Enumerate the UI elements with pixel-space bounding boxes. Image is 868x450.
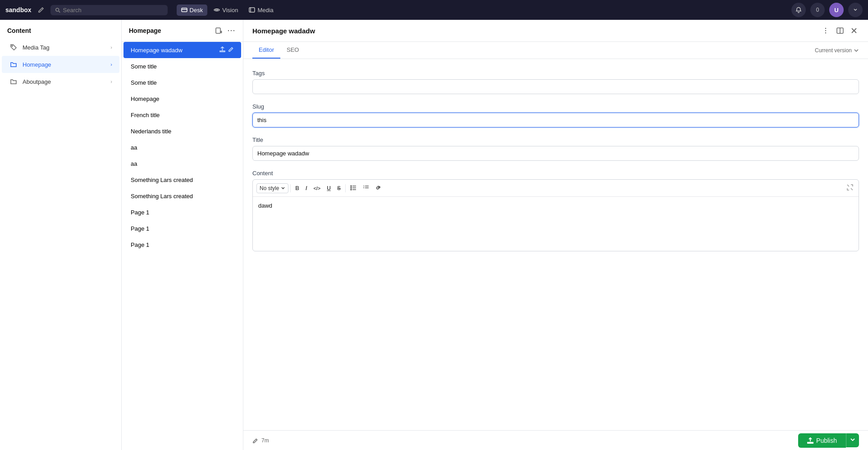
content-textarea[interactable]: dawd bbox=[253, 197, 859, 251]
publish-icon[interactable] bbox=[219, 225, 225, 232]
right-tabs-bar: Editor SEO Current version bbox=[243, 42, 868, 59]
publish-more-btn[interactable] bbox=[846, 433, 859, 447]
sidebar-item-homepage[interactable]: Homepage › bbox=[2, 56, 119, 73]
list-item-aa-2[interactable]: aa bbox=[123, 155, 241, 172]
list-item-page1-3[interactable]: Page 1 bbox=[123, 236, 241, 253]
item-publish-icon[interactable] bbox=[219, 46, 225, 54]
publish-icon[interactable] bbox=[219, 95, 225, 102]
edit-icon[interactable] bbox=[228, 241, 234, 248]
bottom-bar: 7m Publish bbox=[243, 430, 868, 450]
svg-point-11 bbox=[228, 30, 229, 31]
chevron-right-icon: › bbox=[110, 45, 112, 50]
nav-item-desk[interactable]: Desk bbox=[177, 5, 208, 16]
edit-icon[interactable] bbox=[228, 127, 234, 135]
publish-icon[interactable] bbox=[219, 111, 225, 118]
title-input[interactable] bbox=[252, 146, 859, 161]
more-btn[interactable] bbox=[820, 25, 831, 36]
split-view-btn[interactable] bbox=[835, 25, 845, 36]
svg-point-7 bbox=[12, 45, 13, 46]
list-item-page1-1[interactable]: Page 1 bbox=[123, 204, 241, 220]
tags-input[interactable] bbox=[252, 79, 859, 94]
slug-input[interactable] bbox=[252, 113, 859, 127]
publish-icon[interactable] bbox=[219, 79, 225, 86]
edit-icon[interactable] bbox=[228, 63, 234, 70]
expand-btn[interactable] bbox=[845, 182, 855, 194]
close-panel-btn[interactable] bbox=[849, 26, 859, 36]
style-select[interactable]: No style bbox=[256, 183, 288, 193]
publish-icon[interactable] bbox=[219, 176, 225, 183]
strikethrough-btn[interactable]: S bbox=[334, 183, 343, 193]
bold-btn[interactable]: B bbox=[292, 183, 302, 193]
edit-icon[interactable] bbox=[228, 176, 234, 183]
edit-brand-icon[interactable] bbox=[37, 6, 45, 14]
edit-icon[interactable] bbox=[228, 79, 234, 86]
edit-icon[interactable] bbox=[228, 225, 234, 232]
chevron-down-icon-2 bbox=[850, 437, 855, 442]
user-avatar[interactable]: U bbox=[829, 3, 844, 17]
list-item-some-title-2[interactable]: Some title bbox=[123, 74, 241, 91]
ellipsis-vertical-icon bbox=[822, 27, 829, 34]
list-item-lars-2[interactable]: Something Lars created bbox=[123, 188, 241, 204]
mid-more-btn[interactable] bbox=[227, 26, 236, 35]
count-badge[interactable]: 0 bbox=[810, 3, 825, 17]
bullet-list-btn[interactable] bbox=[347, 182, 359, 194]
italic-btn[interactable]: I bbox=[303, 183, 310, 193]
svg-point-21 bbox=[351, 186, 352, 186]
publish-button[interactable]: Publish bbox=[798, 433, 846, 448]
list-item-some-title-1[interactable]: Some title bbox=[123, 58, 241, 74]
edit-icon[interactable] bbox=[228, 111, 234, 118]
folder-icon-2 bbox=[9, 77, 18, 86]
save-info: 7m bbox=[252, 437, 269, 444]
link-btn[interactable] bbox=[373, 182, 384, 194]
chevron-right-icon-2: › bbox=[110, 62, 112, 67]
list-item-homepage[interactable]: Homepage bbox=[123, 91, 241, 107]
search-bar[interactable] bbox=[50, 5, 168, 15]
list-item-homepage-wadadw[interactable]: Homepage wadadw bbox=[123, 42, 241, 58]
nav-item-media[interactable]: Media bbox=[244, 5, 278, 16]
content-label: Content bbox=[252, 170, 859, 177]
topbar-right: 0 U bbox=[791, 3, 863, 17]
notification-btn[interactable] bbox=[791, 3, 806, 17]
nav-item-vision[interactable]: Vision bbox=[209, 5, 242, 16]
mid-panel-header: Homepage bbox=[122, 20, 243, 42]
svg-rect-5 bbox=[249, 8, 255, 12]
publish-icon[interactable] bbox=[219, 241, 225, 248]
sidebar-item-aboutpage[interactable]: Aboutpage › bbox=[2, 73, 119, 90]
publish-icon[interactable] bbox=[219, 192, 225, 200]
publish-icon[interactable] bbox=[219, 144, 225, 151]
edit-icon[interactable] bbox=[228, 192, 234, 200]
item-edit-icon[interactable] bbox=[228, 46, 234, 54]
publish-icon[interactable] bbox=[219, 209, 225, 216]
tab-seo[interactable]: SEO bbox=[280, 42, 305, 59]
version-selector[interactable]: Current version bbox=[815, 47, 859, 54]
search-input[interactable] bbox=[63, 7, 163, 14]
list-item-page1-2[interactable]: Page 1 bbox=[123, 220, 241, 236]
publish-icon[interactable] bbox=[219, 160, 225, 167]
edit-icon[interactable] bbox=[228, 144, 234, 151]
expand-icon bbox=[847, 184, 853, 191]
edit-icon[interactable] bbox=[228, 160, 234, 167]
add-page-btn[interactable] bbox=[214, 26, 223, 35]
publish-icon[interactable] bbox=[219, 63, 225, 70]
list-item-lars-1[interactable]: Something Lars created bbox=[123, 172, 241, 188]
svg-point-0 bbox=[55, 8, 59, 11]
more-options-btn[interactable] bbox=[848, 3, 863, 17]
list-item-aa-1[interactable]: aa bbox=[123, 139, 241, 155]
edit-icon[interactable] bbox=[228, 95, 234, 102]
title-label: Title bbox=[252, 136, 859, 143]
tab-editor[interactable]: Editor bbox=[252, 42, 280, 59]
split-view-icon bbox=[836, 27, 844, 34]
right-header-actions bbox=[820, 25, 859, 36]
code-btn[interactable]: </> bbox=[311, 184, 323, 193]
underline-btn[interactable]: U bbox=[324, 183, 333, 193]
edit-icon[interactable] bbox=[228, 209, 234, 216]
tag-icon bbox=[9, 43, 18, 52]
publish-icon[interactable] bbox=[219, 127, 225, 135]
list-item-french-title[interactable]: French title bbox=[123, 107, 241, 123]
sidebar-item-media-tag[interactable]: Media Tag › bbox=[2, 39, 119, 56]
svg-line-1 bbox=[59, 11, 60, 12]
chevron-down-icon bbox=[854, 48, 859, 53]
ordered-list-btn[interactable]: 1. 2. bbox=[360, 182, 372, 194]
list-item-nederlands-title[interactable]: Nederlands title bbox=[123, 123, 241, 139]
tags-label: Tags bbox=[252, 70, 859, 77]
